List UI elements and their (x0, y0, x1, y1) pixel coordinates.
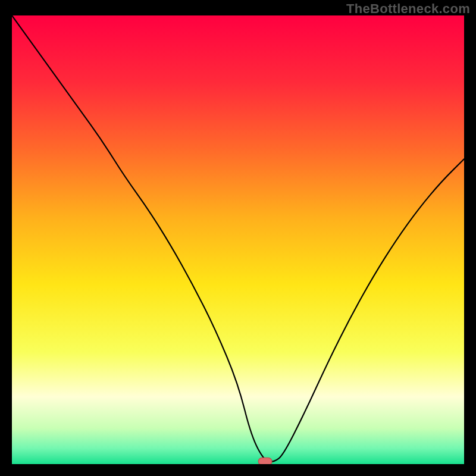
chart-svg (12, 15, 464, 464)
optimal-point-marker (258, 458, 272, 464)
plot-area (12, 15, 464, 464)
chart-container: TheBottleneck.com (0, 0, 476, 476)
watermark-text: TheBottleneck.com (346, 1, 470, 17)
